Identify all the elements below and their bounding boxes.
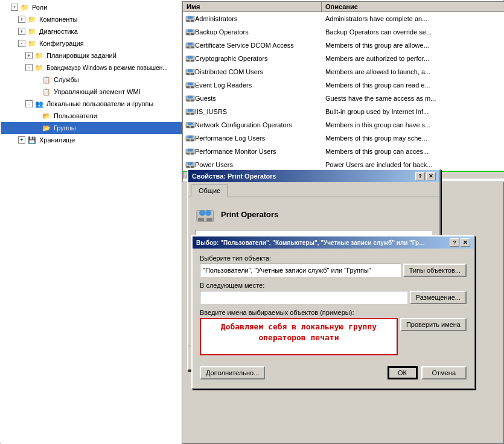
select-help-btn[interactable]: ? [450, 238, 459, 247]
expand-config[interactable]: - [18, 40, 25, 47]
svg-rect-14 [191, 46, 194, 48]
group-name-display: Print Operators [221, 210, 278, 219]
main-window: + 📁 Роли + 📁 Компоненты + 📁 Диагностика … [0, 0, 504, 444]
select-close-btn[interactable]: ✕ [461, 238, 470, 247]
expand-firewall[interactable]: - [25, 64, 33, 71]
tree-item-firewall[interactable]: - 📁 Брандмауэр Windows в режиме повышен.… [1, 62, 182, 74]
localusers-icon: 👥 [34, 99, 44, 109]
svg-rect-3 [187, 20, 190, 22]
scheduler-icon: 📁 [34, 51, 44, 60]
help-title-btn[interactable]: ? [415, 172, 425, 180]
row-name: Backup Operators [183, 26, 322, 38]
col-desc[interactable]: Описание [322, 2, 504, 11]
svg-rect-59 [191, 166, 194, 168]
tree-item-localusers[interactable]: - 👥 Локальные пользователи и группы [1, 98, 182, 110]
select-bottom-row: Дополнительно... ОК Отмена [200, 361, 467, 382]
type-input[interactable] [200, 264, 401, 277]
tree-item-roles[interactable]: + 📁 Роли [1, 1, 182, 13]
diagnostics-icon: 📁 [27, 27, 37, 36]
expand-diagnostics[interactable]: + [18, 28, 25, 35]
names-textarea[interactable]: Добавляем себя в локальную группу операт… [200, 318, 398, 355]
list-row[interactable]: Network Configuration OperatorsMembers i… [183, 118, 504, 132]
svg-rect-54 [191, 153, 194, 154]
svg-rect-8 [187, 33, 190, 35]
svg-rect-68 [198, 218, 204, 221]
list-row[interactable]: Backup OperatorsBackup Operators can ove… [183, 25, 504, 39]
list-row[interactable]: GuestsGuests have the same access as m..… [183, 92, 504, 105]
svg-rect-4 [191, 20, 194, 22]
row-desc: Administrators have complete an... [322, 14, 504, 23]
list-row[interactable]: Distributed COM UsersMembers are allowed… [183, 65, 504, 78]
expand-storage[interactable]: + [18, 136, 25, 144]
tab-general[interactable]: Общие [191, 185, 228, 197]
svg-rect-13 [187, 46, 190, 48]
svg-rect-33 [187, 100, 190, 101]
row-name: Certificate Service DCOM Access [183, 39, 322, 51]
tree-item-services[interactable]: 📋 Службы [1, 74, 182, 86]
svg-rect-58 [187, 166, 190, 168]
titlebar-buttons: ? ✕ [415, 172, 436, 180]
select-titlebar-buttons: ? ✕ [450, 238, 470, 247]
location-btn[interactable]: Размещение... [410, 291, 467, 304]
group-icon [185, 13, 195, 24]
svg-point-66 [199, 210, 205, 216]
list-row[interactable]: Certificate Service DCOM AccessMembers o… [183, 39, 504, 52]
tree-item-components[interactable]: + 📁 Компоненты [1, 13, 182, 25]
group-icon [185, 146, 195, 157]
tree-item-diagnostics[interactable]: + 📁 Диагностика [1, 25, 182, 37]
row-name: IIS_IUSRS [183, 106, 322, 118]
location-field-row: Размещение... [200, 291, 467, 304]
tree-item-storage[interactable]: + 💾 Хранилище [1, 134, 182, 146]
users-folder-icon: 📂 [42, 111, 51, 121]
list-row[interactable]: Performance Monitor UsersMembers of this… [183, 145, 504, 158]
svg-point-37 [190, 109, 193, 112]
props-title: Свойства: Print Operators [192, 173, 276, 180]
type-label: Выберите тип объекта: [200, 255, 467, 262]
list-row[interactable]: Performance Log UsersMembers of this gro… [183, 132, 504, 145]
list-row[interactable]: AdministratorsAdministrators have comple… [183, 12, 504, 25]
tree-item-config[interactable]: - 📁 Конфигурация [1, 37, 182, 49]
svg-rect-43 [187, 126, 190, 128]
type-field-row: Типы объектов... [200, 264, 467, 277]
svg-point-42 [190, 122, 193, 125]
expand-components[interactable]: + [18, 16, 25, 23]
svg-point-47 [190, 136, 193, 139]
svg-rect-39 [191, 113, 194, 115]
close-title-btn[interactable]: ✕ [426, 172, 436, 180]
wmi-icon: 📋 [42, 87, 51, 97]
names-input-wrapper: Добавляем себя в локальную группу операт… [200, 318, 398, 357]
roles-icon: 📁 [20, 2, 30, 12]
location-input[interactable] [200, 291, 407, 304]
group-icon [185, 40, 195, 51]
types-btn[interactable]: Типы объектов... [403, 264, 467, 277]
tree-item-scheduler[interactable]: + 📁 Планировщик заданий [1, 49, 182, 62]
type-group: Выберите тип объекта: Типы объектов... [200, 255, 467, 277]
tree-item-users[interactable]: 📂 Пользователи [1, 110, 182, 122]
list-row[interactable]: Cryptographic OperatorsMembers are autho… [183, 52, 504, 65]
expand-roles[interactable]: + [11, 4, 18, 11]
list-row[interactable]: IIS_IUSRSBuilt-in group used by Internet… [183, 105, 504, 118]
row-name: Guests [183, 92, 322, 104]
names-label: Введите имена выбираемых объектов (приме… [200, 309, 467, 316]
row-desc: Members of this group can read e... [322, 81, 504, 89]
list-row[interactable]: Event Log ReadersMembers of this group c… [183, 78, 504, 92]
svg-rect-23 [187, 73, 190, 75]
advanced-btn[interactable]: Дополнительно... [200, 366, 265, 379]
tree-item-groups[interactable]: 📂 Группы [1, 122, 182, 134]
tree-item-wmi[interactable]: 📋 Управляющий элемент WMI [1, 86, 182, 98]
row-name: Performance Log Users [183, 132, 322, 144]
firewall-icon: 📁 [34, 63, 44, 72]
check-names-btn[interactable]: Проверить имена [400, 318, 467, 331]
group-icon [185, 27, 195, 37]
ok-cancel-row: ОК Отмена [388, 366, 467, 379]
row-name: Performance Monitor Users [183, 145, 322, 157]
col-name[interactable]: Имя [183, 2, 322, 11]
select-ok-btn[interactable]: ОК [388, 366, 418, 379]
list-body: AdministratorsAdministrators have comple… [183, 12, 504, 179]
expand-scheduler[interactable]: + [25, 52, 33, 59]
select-cancel-btn[interactable]: Отмена [421, 366, 467, 379]
svg-point-52 [190, 149, 193, 152]
groups-folder-icon: 📂 [42, 123, 51, 133]
row-desc: Members of this group can acces... [322, 147, 504, 156]
expand-localusers[interactable]: - [25, 100, 33, 107]
